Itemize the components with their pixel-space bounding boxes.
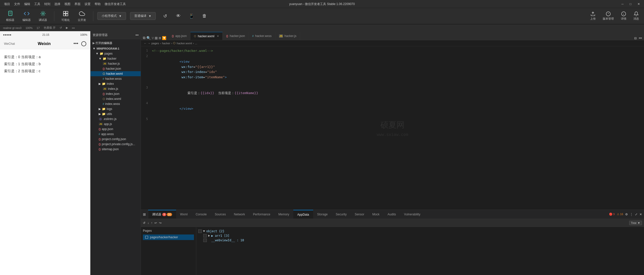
- file-tree-item[interactable]: JS app.js: [91, 122, 141, 127]
- phone-dots-icon[interactable]: •••: [73, 41, 78, 46]
- clear-cache-button[interactable]: 🗑: [199, 12, 210, 21]
- file-tree-item[interactable]: ▼ 📁 pages: [91, 51, 141, 56]
- refresh-button[interactable]: ↺: [160, 12, 171, 21]
- file-tree-item[interactable]: ▶ 📁 logs: [91, 106, 141, 111]
- tab-memory[interactable]: Memory: [274, 210, 293, 219]
- file-tree-item[interactable]: ▼ 📁 hacker: [91, 56, 141, 61]
- file-tree-item[interactable]: {} project.private.config.js...: [91, 142, 141, 147]
- menu-item-edit[interactable]: 编辑: [22, 0, 32, 8]
- file-tree-item[interactable]: # app.wxss: [91, 132, 141, 137]
- close-icon[interactable]: ✕: [217, 35, 219, 37]
- tab-more-icon[interactable]: •••: [639, 36, 642, 40]
- file-tree-item-active[interactable]: ⬡ hacker.wxml: [91, 71, 141, 76]
- forward-icon[interactable]: →: [148, 42, 150, 45]
- menu-item-project[interactable]: 项目: [2, 0, 12, 8]
- menu-item-wechat[interactable]: 微信开发者工具: [103, 0, 128, 8]
- tab-hacker-json[interactable]: {} hacker.json: [223, 32, 249, 40]
- tab-mock[interactable]: Mock: [368, 210, 384, 219]
- code-editor[interactable]: 1 <!--pages/hacker/hacker.wxml--> 2 <vie…: [141, 46, 644, 210]
- mode-select[interactable]: 小程序模式 ▼: [97, 12, 126, 20]
- file-tree-item[interactable]: # index.wxss: [91, 101, 141, 106]
- tab-hacker-wxml[interactable]: ⬡ hacker.wxml ✕: [190, 32, 223, 40]
- status-refresh[interactable]: ↺: [60, 26, 62, 29]
- tab-appdata[interactable]: AppData: [293, 210, 313, 219]
- undo-btn[interactable]: ↩: [154, 221, 157, 225]
- file-tree-item[interactable]: ⊙ .eslintrc.js: [91, 116, 141, 122]
- copy-icon[interactable]: ⧉: [143, 36, 145, 40]
- row-checkbox[interactable]: [203, 239, 207, 242]
- file-tree-more[interactable]: •••: [135, 33, 139, 37]
- breadcrumb-file[interactable]: hacker.wxml: [177, 42, 192, 45]
- menu-item-file[interactable]: 文件: [12, 0, 22, 8]
- expand-icon[interactable]: ⊞: [143, 212, 146, 216]
- close-button[interactable]: ✕: [635, 0, 642, 8]
- menu-item-settings[interactable]: 设置: [83, 0, 93, 8]
- phone-circle-icon[interactable]: [81, 41, 86, 46]
- hotload-toggle[interactable]: 热重载 开: [44, 26, 56, 30]
- tree-select[interactable]: Tree ▼: [629, 221, 642, 225]
- cloud-button[interactable]: 云开发: [75, 9, 89, 23]
- message-button[interactable]: 消息: [631, 10, 641, 22]
- simulator-button[interactable]: 模拟器: [3, 9, 17, 23]
- tab-network[interactable]: Network: [230, 210, 249, 219]
- menu-item-view[interactable]: 视图: [62, 0, 72, 8]
- file-tree-item[interactable]: ▶ 📁 index: [91, 81, 141, 86]
- tab-console[interactable]: Console: [192, 210, 211, 219]
- maximize-button[interactable]: □: [628, 0, 633, 8]
- split-right-icon[interactable]: ⊟: [634, 36, 637, 40]
- tab-app-json[interactable]: {} app.json: [168, 32, 190, 40]
- expand-triangle-arr[interactable]: [208, 235, 210, 237]
- tab-performance[interactable]: Performance: [249, 210, 274, 219]
- down-btn[interactable]: ↓: [147, 221, 149, 225]
- tab-wxml[interactable]: Wxml: [176, 210, 192, 219]
- menu-item-tools[interactable]: 工具: [32, 0, 42, 8]
- file-tree-item[interactable]: {} project.config.json: [91, 137, 141, 142]
- search-icon[interactable]: 🔍: [146, 36, 151, 40]
- compile-select[interactable]: 普通编译 ▼: [130, 12, 156, 20]
- version-button[interactable]: 版本管理: [601, 10, 616, 22]
- file-tree-item[interactable]: JS index.js: [91, 86, 141, 91]
- refresh-btn[interactable]: ↺: [143, 221, 145, 225]
- expand-triangle[interactable]: [203, 230, 205, 232]
- expand-devtools-icon[interactable]: ⤢: [635, 213, 637, 216]
- up-btn[interactable]: ↑: [151, 221, 152, 225]
- back-icon[interactable]: ←: [144, 42, 147, 45]
- tab-vulnerability[interactable]: Vulnerability: [400, 210, 424, 219]
- file-tree-item[interactable]: ⬡ index.wxml: [91, 96, 141, 101]
- preview-btn[interactable]: 👁: [173, 12, 184, 21]
- tab-hacker-wxss[interactable]: # hacker.wxss: [249, 32, 275, 40]
- tab-sources[interactable]: Sources: [211, 210, 230, 219]
- file-tree-item[interactable]: # hacker.wxss: [91, 76, 141, 81]
- project-header[interactable]: ▼ MINIPROGRAM-1: [91, 46, 141, 51]
- filter-icon[interactable]: 🔽: [162, 36, 166, 40]
- file-tree-item[interactable]: {} sitemap.json: [91, 147, 141, 152]
- tab-security[interactable]: Security: [332, 210, 351, 219]
- menu-item-interface[interactable]: 界面: [72, 0, 83, 8]
- breadcrumb-pages[interactable]: pages: [151, 42, 159, 45]
- tab-debugger[interactable]: 调试器 9 16: [148, 210, 176, 219]
- split-icon[interactable]: ⧈: [159, 36, 161, 40]
- tab-hacker-js[interactable]: JS hacker.js: [275, 32, 300, 40]
- status-play[interactable]: ▶: [66, 26, 68, 29]
- tab-sensor[interactable]: Sensor: [351, 210, 368, 219]
- branch-icon[interactable]: ⑂: [152, 36, 154, 40]
- redo-btn[interactable]: ↪: [159, 221, 162, 225]
- tab-audits[interactable]: Audits: [384, 210, 400, 219]
- file-tree-item[interactable]: {} hacker.json: [91, 66, 141, 71]
- debug-button[interactable]: 调试器: [36, 9, 50, 23]
- row-checkbox[interactable]: [198, 229, 202, 233]
- upload-button[interactable]: 上传: [588, 10, 598, 22]
- tab-storage[interactable]: Storage: [313, 210, 332, 219]
- page-list-item[interactable]: pages/hacker/hacker: [143, 234, 194, 240]
- detail-button[interactable]: 详情: [619, 10, 628, 22]
- menu-item-select[interactable]: 选择: [52, 0, 62, 8]
- settings-icon[interactable]: ⚙: [625, 213, 628, 216]
- menu-item-help[interactable]: 帮助: [93, 0, 103, 8]
- breadcrumb-hacker[interactable]: hacker: [162, 42, 170, 45]
- file-tree-item[interactable]: {} app.json: [91, 127, 141, 132]
- breadcrumb-more[interactable]: ...: [195, 42, 197, 45]
- file-tree-item[interactable]: {} index.json: [91, 91, 141, 96]
- more-icon[interactable]: ⋮: [630, 213, 633, 216]
- menu-item-goto[interactable]: 转到: [42, 0, 52, 8]
- minimize-button[interactable]: ─: [619, 0, 626, 8]
